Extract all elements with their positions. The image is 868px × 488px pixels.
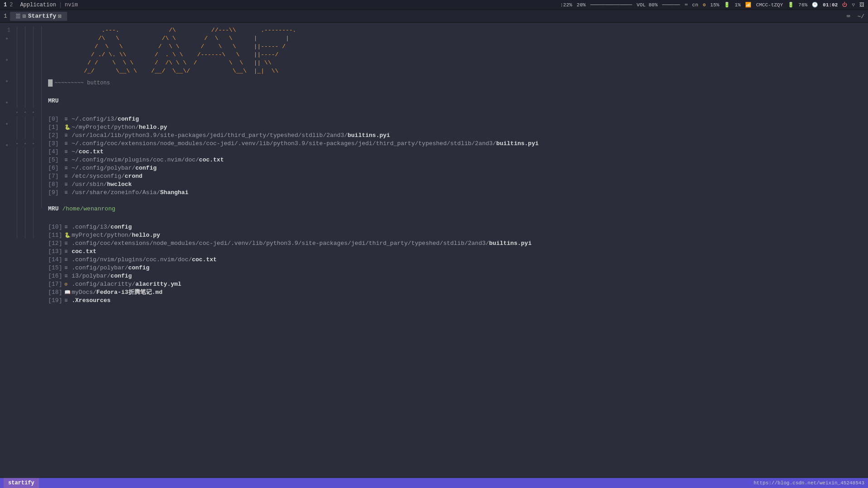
editor-content: .---. /\ //---\\ .--------. /\ \ /\ \ / … xyxy=(44,23,868,478)
mru-home-item-13[interactable]: [13] ≡ coc.txt xyxy=(48,248,868,256)
cpu-percent: :22% xyxy=(560,2,572,8)
mru-item-1[interactable]: [1] 🐍 ~/myProject/python/hello.py xyxy=(48,123,868,132)
mru-home-item-15[interactable]: [15] ≡ .config/polybar/config xyxy=(48,264,868,272)
bat2-icon: 🔋 xyxy=(788,2,794,8)
ascii-art-warp: .---. /\ //---\\ .--------. /\ \ /\ \ / … xyxy=(66,26,868,75)
mru-home-item-10[interactable]: [10] ≡ .config/i3/config xyxy=(48,223,868,231)
kb-layout: cn xyxy=(692,2,698,8)
line-num-1: 1 xyxy=(1,26,12,34)
cpu-icon: ⚙ xyxy=(702,2,706,8)
mru-item-4[interactable]: [4] ≡ ~/coc.txt xyxy=(48,148,868,156)
mru-home-item-17[interactable]: [17] ⚙ .config/alacritty/alacritty.yml xyxy=(48,280,868,288)
line-gutter: 1 xyxy=(0,23,14,478)
fold-indicators xyxy=(14,23,44,478)
vim-mode: startify xyxy=(4,478,39,488)
active-tab[interactable]: ☰ ⊞ Startify ⊠ xyxy=(10,12,67,21)
mem-percent: 20% xyxy=(577,2,586,8)
bat-icon: 🔋 xyxy=(724,2,730,8)
clock-icon: 🕐 xyxy=(812,2,818,8)
mru-item-8[interactable]: [8] ≡ /usr/sbin/hwclock xyxy=(48,181,868,189)
vol-label: VOL 80% xyxy=(637,2,658,8)
mru-home-item-14[interactable]: [14] ≡ .config/nvim/plugins/coc.nvim/doc… xyxy=(48,256,868,264)
workspace-2[interactable]: 2 xyxy=(10,2,13,8)
wifi-icon: 📶 xyxy=(745,2,751,8)
tab-icon-close[interactable]: ⊠ xyxy=(58,13,62,20)
tab-name: Startify xyxy=(28,13,56,20)
extra-icon2: 🖼 xyxy=(859,2,864,8)
status-bar: startify https://blog.csdn.net/weixin_45… xyxy=(0,478,868,488)
time: 01:02 xyxy=(823,2,838,8)
mru-home-item-19[interactable]: [19] ≡ .Xresources xyxy=(48,297,868,305)
wifi-name: CMCC-tZQY xyxy=(756,2,783,8)
mru-home-item-18[interactable]: [18] 📖 myDocs/Fedora-i3折腾笔记.md xyxy=(48,288,868,297)
workspace-1[interactable]: 1 xyxy=(4,2,7,8)
tab-icon-grid: ⊞ xyxy=(23,13,26,20)
mru-item-6[interactable]: [6] ≡ ~/.config/polybar/config xyxy=(48,164,868,172)
tab-icon-lines: ☰ xyxy=(15,13,21,20)
home-path: ~/ xyxy=(857,13,864,20)
cursor-row: ~~~~~~~~~ buttons xyxy=(48,79,868,87)
mru-home-item-12[interactable]: [12] ≡ .config/coc/extensions/node_modul… xyxy=(48,239,868,248)
mru-home-list: [10] ≡ .config/i3/config [11] 🐍 myProjec… xyxy=(48,223,868,305)
tab-number: 1 xyxy=(4,13,7,20)
top-bar: 1 2 Application | nvim :22% 20% ────────… xyxy=(0,0,868,10)
title-right-icons: ⌨ ~/ xyxy=(847,13,864,20)
main-area: 1 xyxy=(0,23,868,478)
mru-item-5[interactable]: [5] ≡ ~/.config/nvim/plugins/coc.nvim/do… xyxy=(48,156,868,164)
nvim-label: nvim xyxy=(65,2,78,8)
title-bar: 1 ☰ ⊞ Startify ⊠ ⌨ ~/ xyxy=(0,10,868,23)
mru-home-item-11[interactable]: [11] 🐍 myProject/python/hello.py xyxy=(48,231,868,239)
separator: | xyxy=(59,2,62,8)
mru-global-label: MRU xyxy=(48,98,59,104)
mru-home-section-label: MRU /home/wenanrong xyxy=(48,205,868,213)
mru-home-item-16[interactable]: [16] ≡ i3/polybar/config xyxy=(48,272,868,280)
bat-percent: 1% xyxy=(735,2,741,8)
mru-item-2[interactable]: [2] ≡ /usr/local/lib/python3.9/site-pack… xyxy=(48,132,868,140)
mru-item-0[interactable]: [0] ≡ ~/.config/i3/config xyxy=(48,115,868,123)
mru-global-list: [0] ≡ ~/.config/i3/config [1] 🐍 ~/myProj… xyxy=(48,115,868,197)
app-name: Application xyxy=(20,2,56,8)
status-right: https://blog.csdn.net/weixin_45248543 xyxy=(754,480,864,486)
extra-icon1: ▽ xyxy=(852,2,855,8)
mru-item-7[interactable]: [7] ≡ /etc/sysconfig/crond xyxy=(48,172,868,181)
keyboard-right-icon: ⌨ xyxy=(847,13,850,20)
bat2-percent: 76% xyxy=(799,2,808,8)
power-icon: ⏻ xyxy=(842,2,847,8)
mru-item-9[interactable]: [9] ≡ /usr/share/zoneinfo/Asia/Shanghai xyxy=(48,189,868,197)
vol-bar2: ────── xyxy=(662,2,680,8)
keyboard-icon: ⌨ xyxy=(685,2,688,8)
mru-item-3[interactable]: [3] ≡ ~/.config/coc/extensions/node_modu… xyxy=(48,140,868,148)
cpu-percent2: 15% xyxy=(710,2,719,8)
mru-global-section-label: MRU xyxy=(48,97,868,105)
vol-bar: ────────────── xyxy=(590,2,632,8)
